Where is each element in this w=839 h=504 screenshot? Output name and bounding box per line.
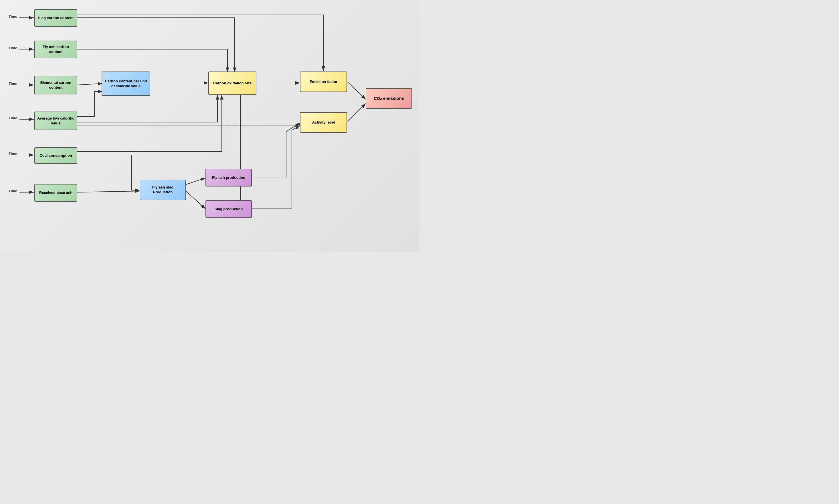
time-label-3: Time — [8, 82, 17, 86]
node-carbon-oxidation: Carbon oxidation rate — [208, 72, 256, 95]
svg-line-14 — [186, 191, 206, 209]
time-label-2: Time — [8, 46, 17, 50]
node-flyash-carbon: Fly ash carbon content — [34, 41, 77, 58]
time-label-5: Time — [8, 151, 17, 156]
node-coal-consumption: Coal consumption — [34, 147, 77, 164]
time-label-4: Time — [8, 116, 17, 120]
node-slag-production: Slag production — [206, 200, 252, 218]
node-fly-ash-production: Fly ash production — [206, 169, 252, 186]
node-received-base-ash: Received base ash — [34, 184, 77, 202]
svg-line-7 — [77, 84, 103, 85]
node-slag-carbon: Slag carbon content — [34, 9, 77, 27]
node-fly-ash-slag-production: Fly ash slag Production — [140, 180, 186, 200]
node-activity-level: Activity level — [300, 112, 347, 133]
svg-line-10 — [348, 82, 366, 99]
svg-line-13 — [186, 178, 206, 184]
time-label-1: Time — [8, 14, 17, 19]
svg-line-11 — [348, 104, 366, 122]
diagram-container: Time Time Time Time Time Time Slag carbo… — [0, 0, 420, 252]
node-emission-factor: Emission factor — [300, 72, 347, 92]
node-carbon-content-per-unit: Carbon content per unit of calorific val… — [102, 72, 150, 96]
node-elemental-carbon: Elemental carbon content — [34, 76, 77, 94]
node-avg-calorific: Average low calorific value — [34, 111, 77, 130]
svg-line-12 — [77, 191, 140, 192]
time-label-6: Time — [8, 189, 17, 193]
node-co2-emissions: CO₂ emissions — [366, 88, 412, 109]
